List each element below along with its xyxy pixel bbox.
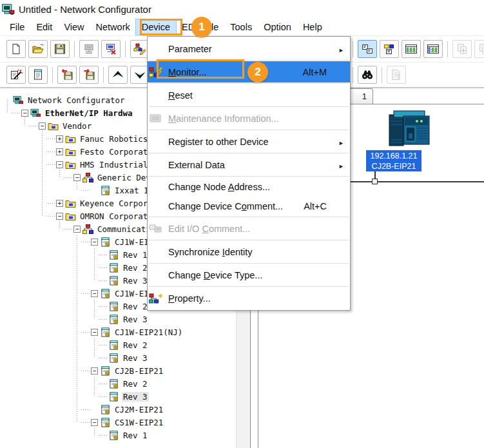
tree-connector (99, 358, 108, 358)
expand-icon[interactable] (56, 148, 63, 155)
tree-connector (99, 396, 108, 397)
menu-item-external-data[interactable]: External Data (148, 154, 350, 175)
menu-item-label: Parameter (168, 44, 327, 54)
new-file-button[interactable] (6, 40, 26, 58)
tree-connector (12, 113, 21, 113)
toolbar-separator (103, 67, 104, 83)
tree-item-label: CJ2B-EIP21 (113, 366, 164, 376)
menu-item-edit-io-comment: Edit I/O Comment... (148, 218, 350, 239)
workstation-disconnect-button[interactable] (101, 40, 121, 58)
submenu-arrow-icon (338, 137, 345, 147)
collapse-icon[interactable] (73, 174, 81, 181)
menu-option[interactable]: Option (258, 19, 297, 35)
collapse-icon[interactable] (56, 161, 63, 168)
hardware-detail-table-button[interactable] (423, 40, 443, 58)
eds-export-button-disabled (387, 66, 406, 84)
tree-item[interactable]: CS1W-EIP21 (0, 416, 236, 429)
menu-item-register-to-other-device[interactable]: Register to other Device (148, 131, 350, 152)
collapse-icon[interactable] (91, 419, 98, 426)
tree-item[interactable]: Rev 1 (0, 429, 236, 442)
upload-network-button[interactable] (108, 66, 128, 84)
annotation-step-1: 1 (191, 17, 212, 37)
tree-item-label: Rev 3 (122, 276, 149, 286)
collapse-icon[interactable] (91, 367, 98, 375)
tree-item[interactable]: CJ2M-EIP21 (0, 403, 236, 416)
menu-item-parameter[interactable]: Parameter (148, 38, 350, 59)
workstation-offline-button[interactable] (79, 40, 99, 58)
device-node-label[interactable]: 192.168.1.21 CJ2B-EIP21 (366, 150, 421, 171)
tree-connector (99, 268, 108, 268)
menu-separator (149, 83, 349, 84)
icon-view-button[interactable] (358, 40, 377, 58)
setup-wizard-button[interactable] (6, 66, 26, 84)
folder-icon (48, 121, 59, 131)
tree-connector (81, 190, 90, 191)
collapse-icon[interactable] (91, 239, 98, 246)
expand-icon[interactable] (56, 200, 63, 207)
tree-item[interactable]: Rev 2 (0, 338, 236, 351)
toolbar-separator (447, 41, 448, 57)
device-icon (108, 315, 119, 324)
list-view-button[interactable] (380, 40, 399, 58)
app-window: { "window": { "title": "Untitled - Netwo… (0, 0, 484, 448)
collapse-icon[interactable] (91, 290, 98, 297)
menu-tools[interactable]: Tools (224, 19, 258, 35)
io-comment-icon (149, 222, 166, 235)
collapse-icon[interactable] (39, 122, 46, 130)
plc-device-image[interactable] (389, 110, 430, 148)
menu-item-label: Property... (168, 293, 327, 304)
menu-separator (149, 263, 349, 264)
tree-connector (99, 255, 108, 255)
menu-item-change-device-type[interactable]: Change Device Type... (148, 264, 350, 286)
tree-item-label: OMRON Corporati (79, 211, 154, 221)
collapse-icon[interactable] (73, 226, 81, 233)
tree-item[interactable]: CJ2B-EIP21 (0, 364, 236, 377)
network-tab-label: 1 (362, 92, 367, 101)
expand-icon[interactable] (56, 135, 63, 142)
menu-item-label: Change Device Type... (168, 270, 327, 280)
device-model: CJ2B-EIP21 (366, 161, 421, 171)
menu-view[interactable]: View (58, 19, 90, 35)
menu-file[interactable]: File (4, 19, 30, 35)
tree-connector (81, 332, 90, 333)
device-icon (100, 237, 111, 247)
menu-item-synchronize-identity[interactable]: Synchronize Identity (148, 241, 350, 262)
tree-item[interactable]: Rev 3 (0, 313, 236, 326)
tree-item[interactable]: Rev 3 (0, 351, 236, 364)
menu-item-property[interactable]: Property... (148, 287, 350, 309)
tree-connector (99, 319, 108, 320)
submenu-arrow-icon (338, 44, 345, 54)
collapse-icon[interactable] (21, 110, 28, 117)
submenu-arrow-icon (338, 160, 345, 170)
tree-item-label: Rev 2 (122, 340, 149, 350)
toolbar-view-group (351, 36, 484, 62)
property-icon (149, 292, 166, 305)
menu-edit[interactable]: Edit (30, 19, 58, 35)
save-file-button[interactable] (50, 40, 70, 58)
open-file-button[interactable] (28, 40, 48, 58)
menu-help[interactable]: Help (297, 19, 328, 35)
tree-item[interactable]: Rev 2 (0, 377, 236, 390)
find-button[interactable] (358, 66, 377, 84)
menu-item-change-device-comment[interactable]: Change Device Comment...Alt+C (148, 197, 350, 216)
download-to-device-button[interactable] (79, 66, 99, 84)
tree-item[interactable]: CJ1W-EIP21(NJ) (0, 326, 236, 338)
tree-item-label: EtherNet/IP Hardwa (44, 108, 133, 118)
menu-item-change-node-address[interactable]: Change Node Address... (148, 177, 350, 197)
device-icon (108, 392, 119, 402)
window-title: Untitled - Network Configurator (19, 4, 151, 15)
add-device-button-disabled (452, 40, 472, 58)
collapse-icon[interactable] (91, 329, 98, 336)
collapse-icon[interactable] (56, 213, 63, 220)
tree-item-label: Rev 1 (122, 250, 149, 260)
io-comment-memo-button[interactable] (28, 66, 48, 84)
tree-connector (81, 409, 90, 410)
tree-item-label: Generic Dev (96, 173, 152, 182)
tree-connector (99, 306, 108, 307)
upload-from-device-button[interactable] (57, 66, 77, 84)
menu-network[interactable]: Network (90, 19, 136, 35)
tree-item-selected[interactable]: Rev 3 (0, 390, 236, 403)
menu-item-reset[interactable]: Reset (148, 84, 350, 106)
menu-separator (149, 217, 349, 217)
hardware-table-button[interactable] (402, 40, 421, 58)
